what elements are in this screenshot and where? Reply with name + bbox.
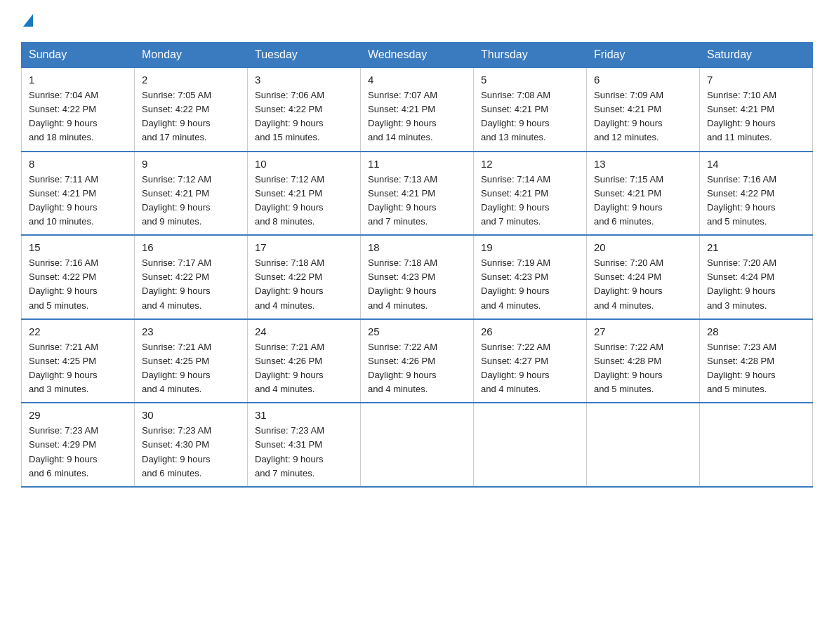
day-number: 26 bbox=[481, 326, 579, 337]
calendar-cell: 30 Sunrise: 7:23 AMSunset: 4:30 PMDaylig… bbox=[135, 403, 248, 487]
calendar-cell: 15 Sunrise: 7:16 AMSunset: 4:22 PMDaylig… bbox=[22, 235, 135, 319]
calendar-cell: 8 Sunrise: 7:11 AMSunset: 4:21 PMDayligh… bbox=[22, 152, 135, 236]
calendar-cell: 18 Sunrise: 7:18 AMSunset: 4:23 PMDaylig… bbox=[361, 235, 474, 319]
calendar-week-row: 8 Sunrise: 7:11 AMSunset: 4:21 PMDayligh… bbox=[22, 152, 813, 236]
day-number: 14 bbox=[707, 158, 805, 170]
calendar-cell: 31 Sunrise: 7:23 AMSunset: 4:31 PMDaylig… bbox=[248, 403, 361, 487]
column-header-thursday: Thursday bbox=[474, 43, 587, 68]
column-header-wednesday: Wednesday bbox=[361, 43, 474, 68]
calendar-cell: 24 Sunrise: 7:21 AMSunset: 4:26 PMDaylig… bbox=[248, 319, 361, 403]
day-number: 25 bbox=[368, 326, 466, 337]
day-info: Sunrise: 7:16 AMSunset: 4:22 PMDaylight:… bbox=[29, 257, 98, 310]
day-number: 27 bbox=[594, 326, 692, 337]
calendar-cell: 7 Sunrise: 7:10 AMSunset: 4:21 PMDayligh… bbox=[700, 67, 813, 152]
day-info: Sunrise: 7:21 AMSunset: 4:25 PMDaylight:… bbox=[29, 342, 98, 394]
day-info: Sunrise: 7:05 AMSunset: 4:22 PMDaylight:… bbox=[142, 90, 211, 142]
day-info: Sunrise: 7:23 AMSunset: 4:28 PMDaylight:… bbox=[707, 342, 776, 394]
day-number: 11 bbox=[368, 158, 466, 170]
day-number: 15 bbox=[29, 241, 127, 253]
day-info: Sunrise: 7:14 AMSunset: 4:21 PMDaylight:… bbox=[481, 174, 550, 227]
day-info: Sunrise: 7:15 AMSunset: 4:21 PMDaylight:… bbox=[594, 174, 663, 227]
calendar-cell: 25 Sunrise: 7:22 AMSunset: 4:26 PMDaylig… bbox=[361, 319, 474, 403]
day-info: Sunrise: 7:21 AMSunset: 4:26 PMDaylight:… bbox=[255, 342, 324, 394]
day-info: Sunrise: 7:20 AMSunset: 4:24 PMDaylight:… bbox=[707, 257, 776, 310]
day-info: Sunrise: 7:19 AMSunset: 4:23 PMDaylight:… bbox=[481, 257, 550, 310]
calendar-cell bbox=[587, 403, 700, 487]
day-info: Sunrise: 7:20 AMSunset: 4:24 PMDaylight:… bbox=[594, 257, 663, 310]
day-info: Sunrise: 7:22 AMSunset: 4:27 PMDaylight:… bbox=[481, 342, 550, 394]
day-number: 28 bbox=[707, 326, 805, 337]
column-header-monday: Monday bbox=[135, 43, 248, 68]
day-number: 4 bbox=[368, 74, 466, 86]
day-number: 19 bbox=[481, 241, 579, 253]
day-info: Sunrise: 7:22 AMSunset: 4:26 PMDaylight:… bbox=[368, 342, 437, 394]
calendar-cell: 13 Sunrise: 7:15 AMSunset: 4:21 PMDaylig… bbox=[587, 152, 700, 236]
day-number: 7 bbox=[707, 74, 805, 86]
day-info: Sunrise: 7:16 AMSunset: 4:22 PMDaylight:… bbox=[707, 174, 776, 227]
day-number: 3 bbox=[255, 74, 353, 86]
calendar-cell bbox=[474, 403, 587, 487]
calendar-week-row: 29 Sunrise: 7:23 AMSunset: 4:29 PMDaylig… bbox=[22, 403, 813, 487]
calendar-cell: 9 Sunrise: 7:12 AMSunset: 4:21 PMDayligh… bbox=[135, 152, 248, 236]
calendar-cell: 28 Sunrise: 7:23 AMSunset: 4:28 PMDaylig… bbox=[700, 319, 813, 403]
day-number: 29 bbox=[29, 409, 127, 421]
day-number: 17 bbox=[255, 241, 353, 253]
day-number: 6 bbox=[594, 74, 692, 86]
calendar-cell: 3 Sunrise: 7:06 AMSunset: 4:22 PMDayligh… bbox=[248, 67, 361, 152]
calendar-cell: 20 Sunrise: 7:20 AMSunset: 4:24 PMDaylig… bbox=[587, 235, 700, 319]
calendar-cell: 11 Sunrise: 7:13 AMSunset: 4:21 PMDaylig… bbox=[361, 152, 474, 236]
day-info: Sunrise: 7:12 AMSunset: 4:21 PMDaylight:… bbox=[142, 174, 211, 227]
calendar-cell bbox=[361, 403, 474, 487]
calendar-cell: 23 Sunrise: 7:21 AMSunset: 4:25 PMDaylig… bbox=[135, 319, 248, 403]
calendar-cell: 4 Sunrise: 7:07 AMSunset: 4:21 PMDayligh… bbox=[361, 67, 474, 152]
calendar-cell: 22 Sunrise: 7:21 AMSunset: 4:25 PMDaylig… bbox=[22, 319, 135, 403]
day-number: 21 bbox=[707, 241, 805, 253]
day-number: 24 bbox=[255, 326, 353, 337]
calendar-cell: 17 Sunrise: 7:18 AMSunset: 4:22 PMDaylig… bbox=[248, 235, 361, 319]
calendar-cell: 16 Sunrise: 7:17 AMSunset: 4:22 PMDaylig… bbox=[135, 235, 248, 319]
day-number: 9 bbox=[142, 158, 240, 170]
day-info: Sunrise: 7:06 AMSunset: 4:22 PMDaylight:… bbox=[255, 90, 324, 142]
day-info: Sunrise: 7:12 AMSunset: 4:21 PMDaylight:… bbox=[255, 174, 324, 227]
day-number: 20 bbox=[594, 241, 692, 253]
day-info: Sunrise: 7:07 AMSunset: 4:21 PMDaylight:… bbox=[368, 90, 437, 142]
day-info: Sunrise: 7:09 AMSunset: 4:21 PMDaylight:… bbox=[594, 90, 663, 142]
calendar-cell: 21 Sunrise: 7:20 AMSunset: 4:24 PMDaylig… bbox=[700, 235, 813, 319]
day-info: Sunrise: 7:23 AMSunset: 4:31 PMDaylight:… bbox=[255, 425, 324, 478]
day-info: Sunrise: 7:08 AMSunset: 4:21 PMDaylight:… bbox=[481, 90, 550, 142]
calendar-cell: 27 Sunrise: 7:22 AMSunset: 4:28 PMDaylig… bbox=[587, 319, 700, 403]
calendar-cell: 2 Sunrise: 7:05 AMSunset: 4:22 PMDayligh… bbox=[135, 67, 248, 152]
day-info: Sunrise: 7:22 AMSunset: 4:28 PMDaylight:… bbox=[594, 342, 663, 394]
logo-triangle-icon bbox=[23, 14, 33, 27]
calendar-cell: 5 Sunrise: 7:08 AMSunset: 4:21 PMDayligh… bbox=[474, 67, 587, 152]
day-info: Sunrise: 7:04 AMSunset: 4:22 PMDaylight:… bbox=[29, 90, 98, 142]
day-number: 30 bbox=[142, 409, 240, 421]
day-info: Sunrise: 7:23 AMSunset: 4:29 PMDaylight:… bbox=[29, 425, 98, 478]
calendar: SundayMondayTuesdayWednesdayThursdayFrid… bbox=[21, 42, 813, 488]
calendar-cell: 14 Sunrise: 7:16 AMSunset: 4:22 PMDaylig… bbox=[700, 152, 813, 236]
header bbox=[21, 14, 813, 28]
day-info: Sunrise: 7:10 AMSunset: 4:21 PMDaylight:… bbox=[707, 90, 776, 142]
day-number: 16 bbox=[142, 241, 240, 253]
day-number: 12 bbox=[481, 158, 579, 170]
calendar-cell: 19 Sunrise: 7:19 AMSunset: 4:23 PMDaylig… bbox=[474, 235, 587, 319]
column-header-sunday: Sunday bbox=[22, 43, 135, 68]
day-info: Sunrise: 7:18 AMSunset: 4:22 PMDaylight:… bbox=[255, 257, 324, 310]
calendar-cell: 26 Sunrise: 7:22 AMSunset: 4:27 PMDaylig… bbox=[474, 319, 587, 403]
day-info: Sunrise: 7:13 AMSunset: 4:21 PMDaylight:… bbox=[368, 174, 437, 227]
calendar-cell bbox=[700, 403, 813, 487]
calendar-week-row: 1 Sunrise: 7:04 AMSunset: 4:22 PMDayligh… bbox=[22, 67, 813, 152]
day-number: 13 bbox=[594, 158, 692, 170]
calendar-week-row: 22 Sunrise: 7:21 AMSunset: 4:25 PMDaylig… bbox=[22, 319, 813, 403]
calendar-cell: 6 Sunrise: 7:09 AMSunset: 4:21 PMDayligh… bbox=[587, 67, 700, 152]
day-info: Sunrise: 7:17 AMSunset: 4:22 PMDaylight:… bbox=[142, 257, 211, 310]
day-number: 18 bbox=[368, 241, 466, 253]
column-header-saturday: Saturday bbox=[700, 43, 813, 68]
day-number: 1 bbox=[29, 74, 127, 86]
day-number: 8 bbox=[29, 158, 127, 170]
calendar-header-row: SundayMondayTuesdayWednesdayThursdayFrid… bbox=[22, 43, 813, 68]
day-info: Sunrise: 7:21 AMSunset: 4:25 PMDaylight:… bbox=[142, 342, 211, 394]
calendar-cell: 29 Sunrise: 7:23 AMSunset: 4:29 PMDaylig… bbox=[22, 403, 135, 487]
calendar-cell: 10 Sunrise: 7:12 AMSunset: 4:21 PMDaylig… bbox=[248, 152, 361, 236]
day-number: 2 bbox=[142, 74, 240, 86]
